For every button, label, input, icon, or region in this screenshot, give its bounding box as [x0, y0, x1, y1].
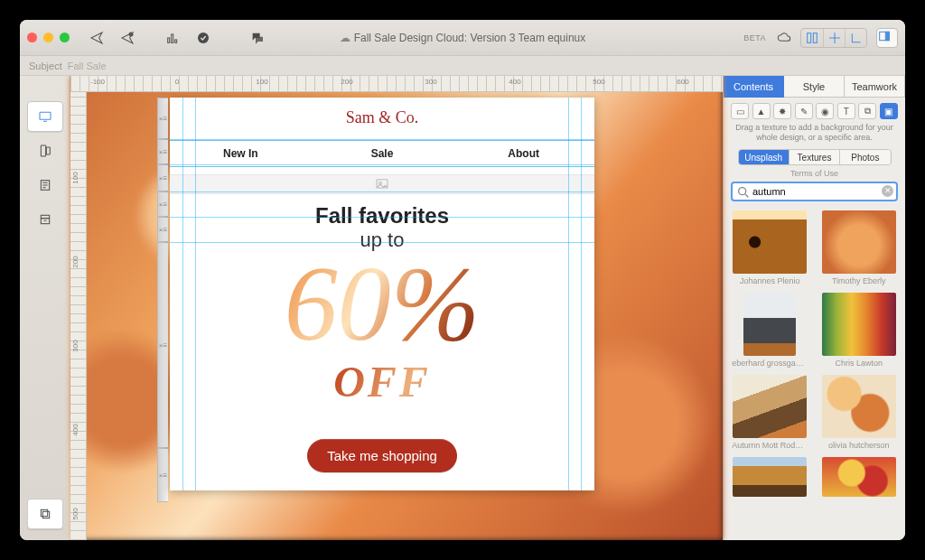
analytics-icon[interactable]	[164, 29, 182, 47]
zoom-window-button[interactable]	[60, 33, 70, 42]
terms-link[interactable]: Terms of Use	[724, 169, 905, 178]
send-test-icon[interactable]	[118, 29, 136, 47]
svg-point-19	[739, 187, 746, 194]
off-text[interactable]: OFF	[170, 357, 594, 423]
layout-guides-icon[interactable]	[823, 29, 845, 47]
minimize-window-button[interactable]	[43, 33, 53, 42]
canvas[interactable]: -100 0 100 200 300 400 500 600 100 200 3…	[70, 76, 723, 540]
svg-rect-3	[175, 40, 177, 42]
archive-view-button[interactable]	[27, 204, 63, 235]
device-mobile-button[interactable]	[27, 135, 63, 166]
main-area: -100 0 100 200 300 400 500 600 100 200 3…	[20, 76, 905, 540]
content-type-row: ▭ ▲ ✸ ✎ ◉ T ⧉ ▣	[724, 98, 905, 123]
result-thumb	[743, 293, 796, 356]
nav-link[interactable]: About	[453, 141, 594, 166]
source-photos[interactable]: Photos	[839, 150, 890, 164]
block-handle[interactable]: ×≡	[157, 191, 168, 217]
attribution: olivia hutcherson	[828, 441, 890, 450]
source-segmented: Unsplash Textures Photos	[738, 149, 892, 165]
cta-button[interactable]: Take me shopping	[307, 439, 457, 472]
attribution: Chris Lawton	[835, 359, 883, 368]
inspector-toggle-icon[interactable]	[876, 28, 898, 48]
block-handle[interactable]: ×≡	[157, 164, 168, 191]
tab-contents[interactable]: Contents	[724, 76, 784, 98]
result-thumb	[822, 293, 896, 356]
clear-search-button[interactable]: ✕	[882, 185, 893, 197]
layout-columns-icon[interactable]	[801, 29, 823, 47]
content-camera-icon[interactable]: ◉	[816, 103, 834, 119]
content-text-icon[interactable]: T	[837, 103, 855, 119]
attribution: eberhard grossgasteig	[732, 359, 808, 368]
layout-corner-icon[interactable]	[845, 29, 866, 47]
content-shape-icon[interactable]: ▲	[752, 103, 771, 119]
titlebar: ☁︎Fall Sale Design Cloud: Version 3 Team…	[20, 20, 905, 56]
content-burst-icon[interactable]: ✸	[773, 103, 791, 119]
tab-teamwork[interactable]: Teamwork	[845, 76, 905, 98]
ruler-horizontal[interactable]: -100 0 100 200 300 400 500 600	[70, 76, 723, 92]
result-item[interactable]: Chris Lawton	[820, 293, 899, 373]
source-textures[interactable]: Textures	[789, 150, 839, 164]
text-view-button[interactable]	[27, 170, 63, 201]
svg-rect-16	[42, 511, 49, 518]
source-unsplash[interactable]: Unsplash	[739, 150, 789, 164]
result-item[interactable]	[731, 457, 809, 497]
result-item[interactable]	[820, 457, 899, 497]
content-brush-icon[interactable]: ✎	[795, 103, 813, 119]
attribution: Johannes Plenio	[740, 276, 800, 285]
svg-rect-11	[46, 147, 50, 154]
tab-style[interactable]: Style	[784, 76, 845, 98]
result-thumb	[733, 375, 807, 438]
result-thumb	[822, 457, 896, 497]
block-handle[interactable]: ×≡	[157, 98, 168, 139]
percent-text[interactable]: 60%	[170, 254, 594, 357]
nav-link[interactable]: Sale	[312, 141, 453, 166]
block-handle[interactable]: ×≡	[157, 448, 168, 502]
content-image-icon[interactable]: ▣	[880, 103, 898, 119]
result-item[interactable]: olivia hutcherson	[820, 375, 899, 455]
block-handle[interactable]: ×≡	[157, 139, 168, 164]
block-handle[interactable]: ×≡	[157, 242, 168, 448]
hint-text: Drag a texture to add a background for y…	[724, 123, 905, 149]
inspector-panel: Contents Style Teamwork ▭ ▲ ✸ ✎ ◉ T ⧉ ▣ …	[723, 76, 905, 540]
attribution: Autumn Mott Rodeheav	[732, 441, 808, 450]
svg-rect-9	[40, 112, 51, 119]
device-desktop-button[interactable]	[27, 101, 63, 132]
content-rect-icon[interactable]: ▭	[731, 103, 749, 119]
cloud-icon: ☁︎	[340, 32, 350, 44]
headline[interactable]: Fall favorites	[170, 194, 594, 229]
block-handle[interactable]: ×≡	[157, 217, 168, 242]
subject-label: Subject	[29, 61, 62, 71]
ruler-vertical[interactable]: 100 200 300 400 500	[70, 92, 87, 540]
check-icon[interactable]	[194, 29, 212, 47]
nav-link[interactable]: New In	[170, 141, 312, 166]
close-window-button[interactable]	[27, 33, 37, 42]
svg-rect-8	[885, 32, 889, 40]
result-thumb	[822, 210, 896, 274]
brand-heading[interactable]: Sam & Co.	[170, 98, 594, 140]
svg-rect-5	[808, 33, 811, 42]
comments-icon[interactable]	[248, 29, 266, 47]
result-thumb	[733, 457, 807, 497]
results-grid[interactable]: Johannes Plenio Timothy Eberly eberhard …	[724, 207, 905, 541]
left-toolbar	[20, 76, 70, 540]
design-page[interactable]: Sam & Co. New In Sale About Fall favorit…	[170, 98, 594, 490]
app-window: ☁︎Fall Sale Design Cloud: Version 3 Team…	[20, 20, 905, 540]
search-input[interactable]	[731, 182, 898, 201]
search-field[interactable]: ✕	[731, 182, 898, 201]
svg-rect-2	[172, 34, 173, 42]
search-icon	[736, 185, 751, 200]
result-item[interactable]: Autumn Mott Rodeheav	[731, 375, 809, 455]
send-icon[interactable]	[88, 29, 106, 47]
result-item[interactable]: eberhard grossgasteig	[731, 293, 809, 373]
layout-mode-segmented[interactable]	[800, 28, 867, 48]
cloud-sync-icon[interactable]	[777, 31, 791, 45]
toolbar-left	[88, 29, 266, 47]
subject-bar[interactable]: Subject Fall Sale	[20, 56, 905, 76]
result-item[interactable]: Timothy Eberly	[820, 210, 899, 291]
image-placeholder[interactable]	[170, 174, 594, 194]
result-item[interactable]: Johannes Plenio	[731, 210, 809, 291]
layers-button[interactable]	[27, 499, 63, 529]
block-handles: ×≡ ×≡ ×≡ ×≡ ×≡ ×≡ ×≡	[157, 98, 168, 502]
image-icon	[375, 177, 389, 191]
content-crop-icon[interactable]: ⧉	[858, 103, 876, 119]
